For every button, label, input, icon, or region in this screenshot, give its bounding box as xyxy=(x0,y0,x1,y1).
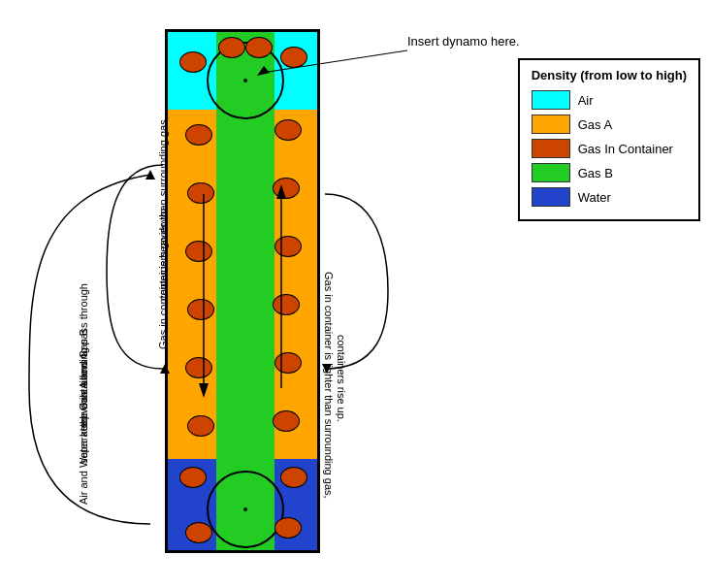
gas-particle xyxy=(280,467,307,488)
dynamo-label: Insert dynamo here. xyxy=(407,34,520,49)
legend: Density (from low to high) AirGas AGas I… xyxy=(518,58,700,221)
legend-item: Gas In Container xyxy=(532,139,687,158)
gas-particle xyxy=(185,124,212,146)
right-annotation-area xyxy=(509,194,521,388)
legend-color-box xyxy=(532,114,570,134)
gas-particle xyxy=(185,357,212,378)
legend-item-label: Water xyxy=(578,190,611,205)
legend-title: Density (from low to high) xyxy=(532,68,687,82)
gas-particle xyxy=(280,47,307,68)
legend-item-label: Air xyxy=(578,93,594,108)
left-label-top-2: containers go down xyxy=(157,209,169,301)
gas-particle xyxy=(187,299,214,320)
legend-color-box xyxy=(532,163,570,182)
gas-particle xyxy=(187,182,214,204)
legend-item: Gas A xyxy=(532,114,687,134)
legend-items: AirGas AGas In ContainerGas BWater xyxy=(532,90,687,207)
tube-wrapper xyxy=(165,29,320,553)
gas-particle xyxy=(179,51,207,73)
gas-particle xyxy=(187,415,214,437)
gas-particle xyxy=(274,119,302,141)
svg-marker-0 xyxy=(145,170,155,180)
gas-particle xyxy=(218,37,245,58)
legend-item-label: Gas A xyxy=(578,117,612,132)
legend-item: Air xyxy=(532,90,687,110)
gas-particle xyxy=(274,352,302,374)
gas-particle xyxy=(274,236,302,257)
gas-particle xyxy=(185,522,212,543)
gas-particle xyxy=(273,178,300,199)
right-label: Gas in container is lighter than surroun… xyxy=(323,272,335,499)
gas-particle xyxy=(274,517,302,539)
gas-particle xyxy=(273,294,300,315)
legend-color-box xyxy=(532,90,570,110)
left-label-bottom-3: the containers to pass through xyxy=(78,283,89,427)
legend-color-box xyxy=(532,187,570,207)
main-diagram: Insert dynamo here. Gas in container is … xyxy=(0,0,710,588)
legend-item: Gas B xyxy=(532,163,687,182)
gas-particle xyxy=(179,467,207,488)
legend-item-label: Gas B xyxy=(578,166,613,180)
gas-particle xyxy=(273,410,300,432)
legend-item: Water xyxy=(532,187,687,207)
bottom-large-circle xyxy=(207,471,284,548)
top-large-circle xyxy=(207,42,284,119)
legend-color-box xyxy=(532,139,570,158)
gas-particle xyxy=(185,241,212,262)
gas-particle xyxy=(245,37,273,58)
tube xyxy=(165,29,320,553)
legend-item-label: Gas In Container xyxy=(578,142,673,156)
right-label-2: containers rise up. xyxy=(336,335,347,422)
